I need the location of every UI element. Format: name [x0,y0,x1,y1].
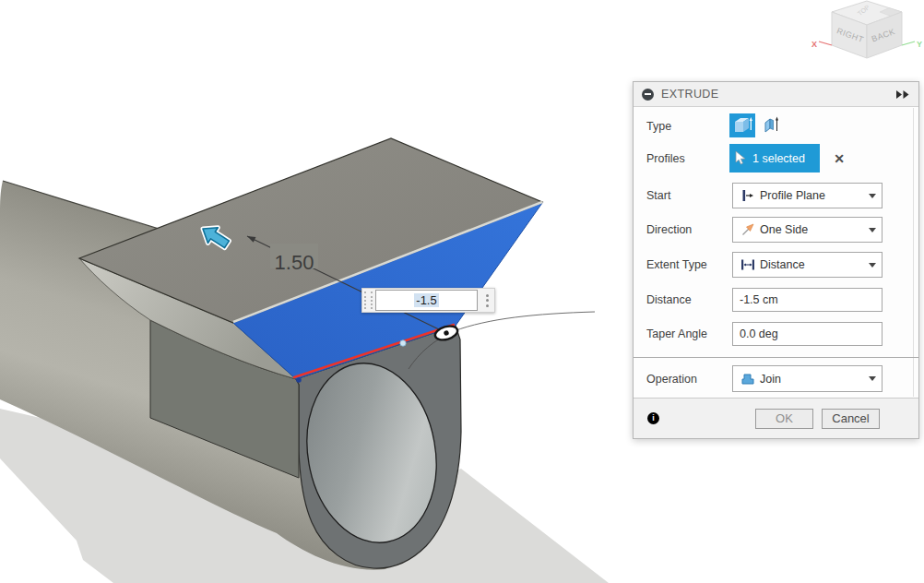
profiles-select-button[interactable]: 1 selected [729,144,820,173]
dialog-header[interactable]: EXTRUDE [634,82,918,107]
start-dropdown[interactable]: Profile Plane [732,183,883,208]
view-cube[interactable]: RIGHT BACK TOP X Y [810,0,924,74]
distance-label: Distance [646,293,692,306]
type-label: Type [646,120,671,133]
fast-forward-icon[interactable] [896,90,910,99]
clear-selection-icon[interactable]: ✕ [829,144,849,173]
start-value: Profile Plane [760,189,825,202]
chevron-down-icon [869,194,876,198]
operation-dropdown[interactable]: Join [732,365,883,392]
row-profiles: Profiles 1 selected ✕ [634,144,918,173]
collapse-icon[interactable] [642,89,654,101]
direction-label: Direction [646,223,692,236]
dimension-label: 1.50 [275,251,314,274]
dialog-footer: i OK Cancel [634,398,918,438]
chevron-down-icon [869,228,876,232]
direction-dropdown[interactable]: One Side [732,217,883,243]
kebab-menu-icon[interactable] [480,294,494,307]
cancel-button[interactable]: Cancel [822,409,880,429]
direction-value: One Side [760,223,808,236]
row-taper-angle: Taper Angle [634,322,918,346]
extent-type-dropdown[interactable]: Distance [732,252,883,278]
drag-handle-icon[interactable] [364,292,373,309]
solid-extrude-icon[interactable] [729,113,755,137]
x-axis-label: X [811,40,817,49]
distance-input[interactable] [732,288,883,312]
section-divider [634,357,918,358]
row-extent-type: Extent Type Distance [634,252,918,278]
x-axis-line [819,42,832,45]
profiles-label: Profiles [646,152,685,165]
extent-type-value: Distance [760,258,805,271]
row-direction: Direction One Side [634,217,918,243]
row-start: Start Profile Plane [634,183,918,208]
profile-plane-icon [739,188,756,203]
fusion360-canvas: 1.50 RIGHT BACK TOP X Y -1.5 [0,0,924,583]
operation-value: Join [760,373,781,386]
taper-angle-label: Taper Angle [646,327,707,340]
dialog-title: EXTRUDE [661,88,719,101]
one-side-icon [739,222,756,237]
row-type: Type [634,113,918,139]
operation-label: Operation [646,373,697,386]
y-axis-label: Y [917,40,922,49]
profiles-count: 1 selected [752,152,805,165]
chevron-down-icon [869,376,876,381]
extent-type-label: Extent Type [646,258,707,271]
start-label: Start [646,189,670,202]
taper-angle-input[interactable] [732,322,883,346]
dimension-input-value: -1.5 [414,293,438,307]
edge-vertex-grip[interactable] [296,377,302,383]
y-axis-line [902,42,915,45]
ok-button[interactable]: OK [755,409,813,429]
dimension-input[interactable]: -1.5 [375,290,478,311]
chevron-down-icon [869,263,876,268]
info-icon[interactable]: i [647,412,659,424]
leader-curve [454,312,595,331]
distance-icon [739,257,756,272]
inline-dimension-box[interactable]: -1.5 [361,288,495,313]
join-icon [739,372,756,387]
cursor-icon [735,151,747,166]
extrude-dialog: EXTRUDE Type [633,81,919,439]
edge-midpoint-grip[interactable] [400,340,406,346]
thin-extrude-icon[interactable] [759,113,785,137]
row-distance: Distance [634,288,918,312]
row-operation: Operation Join [634,365,918,392]
